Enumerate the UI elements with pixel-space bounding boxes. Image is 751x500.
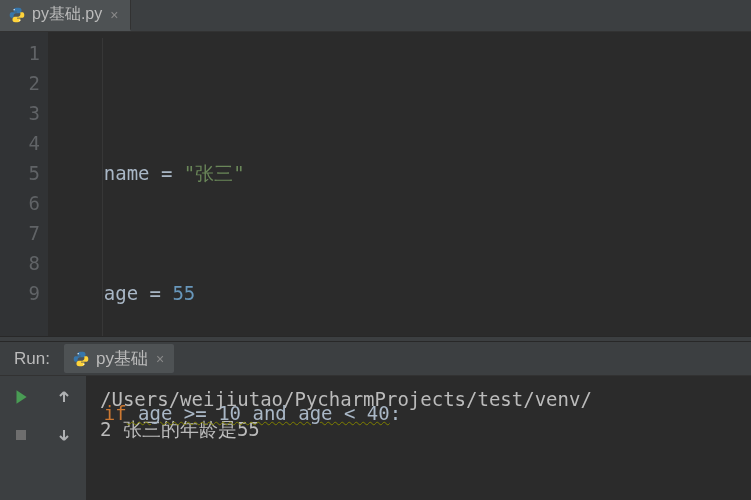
rerun-button[interactable] <box>10 386 32 408</box>
line-number: 3 <box>0 98 40 128</box>
file-tab[interactable]: py基础.py × <box>0 0 131 31</box>
operator: = <box>138 282 172 304</box>
number-literal: 55 <box>172 282 195 304</box>
run-toolbar-left <box>0 376 42 500</box>
close-icon[interactable]: × <box>108 7 120 23</box>
string-literal: "张三" <box>184 162 245 184</box>
svg-point-0 <box>14 8 15 9</box>
python-file-icon <box>8 6 26 24</box>
operator: = <box>150 162 184 184</box>
keyword-if: if <box>104 402 127 424</box>
stop-button[interactable] <box>10 424 32 446</box>
indent-guide <box>102 38 103 336</box>
code-line: if age >= 10 and age < 40: <box>48 398 751 428</box>
svg-point-1 <box>19 19 20 20</box>
file-tab-label: py基础.py <box>32 4 102 25</box>
line-number: 5 <box>0 158 40 188</box>
line-number: 1 <box>0 38 40 68</box>
line-number: 9 <box>0 278 40 308</box>
code-line: age = 55 <box>48 278 751 308</box>
line-number: 6 <box>0 188 40 218</box>
editor-tab-bar: py基础.py × <box>0 0 751 32</box>
line-number-gutter: 1 2 3 4 5 6 7 8 9 <box>0 32 48 336</box>
svg-rect-4 <box>16 430 26 440</box>
line-number: 2 <box>0 68 40 98</box>
condition: age >= 10 and age < 40 <box>127 402 390 424</box>
identifier: age <box>104 282 138 304</box>
line-number: 8 <box>0 248 40 278</box>
code-line: name = "张三" <box>48 158 751 188</box>
identifier: name <box>104 162 150 184</box>
colon: : <box>390 402 401 424</box>
code-area[interactable]: name = "张三" age = 55 if age >= 10 and ag… <box>48 32 751 336</box>
run-label: Run: <box>14 349 50 369</box>
code-editor: 1 2 3 4 5 6 7 8 9 name = "张三" age = 55 i… <box>0 32 751 336</box>
line-number: 4 <box>0 128 40 158</box>
line-number: 7 <box>0 218 40 248</box>
